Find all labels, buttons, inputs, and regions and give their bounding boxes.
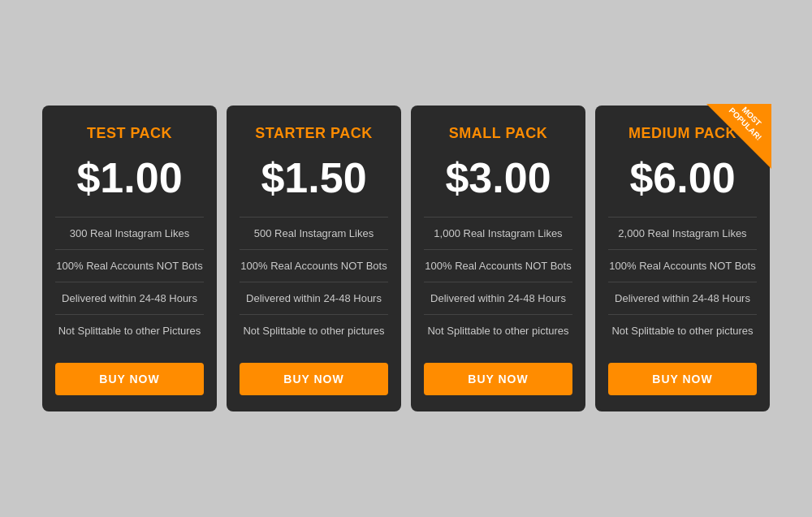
card-price: $6.00 <box>629 157 735 199</box>
feature-item: Not Splittable to other pictures <box>608 315 757 347</box>
feature-item: Not Splittable to other pictures <box>240 315 388 347</box>
feature-item: Not Splittable to other Pictures <box>55 315 204 347</box>
feature-item: Delivered within 24-48 Hours <box>55 282 204 315</box>
feature-item: Delivered within 24-48 Hours <box>240 282 388 315</box>
feature-item: 1,000 Real Instagram Likes <box>424 218 572 250</box>
feature-item: Not Splittable to other pictures <box>424 315 572 347</box>
card-title: SMALL PACK <box>449 125 547 142</box>
feature-item: 100% Real Accounts NOT Bots <box>424 250 572 282</box>
buy-now-button[interactable]: BUY NOW <box>55 363 204 395</box>
card-price: $1.00 <box>76 157 182 199</box>
feature-item: 100% Real Accounts NOT Bots <box>240 250 388 282</box>
feature-item: 2,000 Real Instagram Likes <box>608 218 757 250</box>
feature-item: 300 Real Instagram Likes <box>55 218 204 250</box>
features-list: 500 Real Instagram Likes 100% Real Accou… <box>240 217 388 347</box>
card-title: STARTER PACK <box>255 125 372 142</box>
pricing-container: TEST PACK $1.00 300 Real Instagram Likes… <box>26 89 786 428</box>
features-list: 300 Real Instagram Likes 100% Real Accou… <box>55 217 204 347</box>
feature-item: 100% Real Accounts NOT Bots <box>55 250 204 282</box>
feature-item: Delivered within 24-48 Hours <box>608 282 757 315</box>
feature-item: Delivered within 24-48 Hours <box>424 282 572 315</box>
pricing-card-starter-pack: STARTER PACK $1.50 500 Real Instagram Li… <box>227 106 401 411</box>
pricing-card-small-pack: SMALL PACK $3.00 1,000 Real Instagram Li… <box>411 106 585 411</box>
card-price: $3.00 <box>445 157 551 199</box>
card-title: MEDIUM PACK <box>628 125 736 142</box>
card-price: $1.50 <box>261 157 366 199</box>
buy-now-button[interactable]: BUY NOW <box>424 363 572 395</box>
feature-item: 100% Real Accounts NOT Bots <box>608 250 757 282</box>
feature-item: 500 Real Instagram Likes <box>240 218 388 250</box>
features-list: 2,000 Real Instagram Likes 100% Real Acc… <box>608 217 757 347</box>
features-list: 1,000 Real Instagram Likes 100% Real Acc… <box>424 217 572 347</box>
buy-now-button[interactable]: BUY NOW <box>608 363 757 395</box>
pricing-card-test-pack: TEST PACK $1.00 300 Real Instagram Likes… <box>42 106 217 411</box>
card-title: TEST PACK <box>87 125 172 142</box>
buy-now-button[interactable]: BUY NOW <box>240 363 388 395</box>
pricing-card-medium-pack: MOSTPOPULAR! MEDIUM PACK $6.00 2,000 Rea… <box>595 106 770 411</box>
